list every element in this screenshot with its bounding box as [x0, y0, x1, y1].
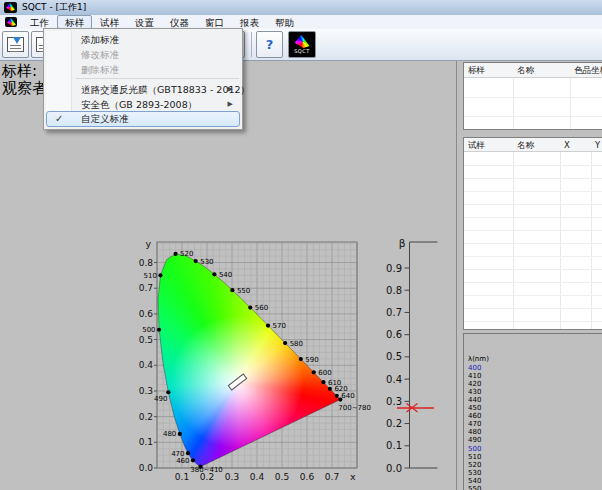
svg-text:0.6: 0.6 [386, 329, 402, 340]
sqct-logo-icon: SQCT [294, 35, 310, 54]
svg-text:640: 640 [341, 392, 354, 400]
menu-item-safety-color[interactable]: 安全色（GB 2893-2008）▶ [46, 96, 240, 111]
wavelength-value: 460 [468, 412, 481, 420]
svg-text:0.3: 0.3 [225, 472, 239, 482]
svg-text:x: x [350, 471, 356, 482]
column-header: 标样 [468, 63, 485, 77]
svg-text:0.3: 0.3 [139, 386, 153, 396]
svg-text:0.7: 0.7 [325, 472, 339, 482]
svg-text:510: 510 [144, 272, 157, 280]
menu-item-settings[interactable]: 设置 [127, 15, 162, 29]
checkmark-icon: ✓ [55, 112, 63, 126]
menu-item-add-standard[interactable]: 添加标准 [46, 31, 240, 46]
svg-text:0.4: 0.4 [386, 374, 402, 385]
standards-table[interactable]: 标样名称色品坐标 [463, 62, 602, 130]
submenu-arrow-icon: ▶ [228, 82, 233, 97]
mdi-child-icon [5, 17, 17, 27]
svg-text:700~780: 700~780 [338, 404, 371, 412]
svg-text:0.2: 0.2 [139, 412, 153, 422]
wavelength-value: 480 [468, 428, 481, 436]
wavelength-value: 510 [468, 453, 481, 461]
svg-text:0.6: 0.6 [139, 309, 154, 319]
menu-item-window[interactable]: 窗口 [197, 15, 232, 29]
wavelength-value: 540 [468, 477, 481, 485]
menu-items: 工作标样试样设置仪器窗口报表帮助 [22, 15, 302, 29]
svg-text:580: 580 [290, 340, 303, 348]
import-standard-button[interactable] [2, 31, 29, 58]
svg-text:0.3: 0.3 [386, 396, 402, 407]
svg-text:0.4: 0.4 [250, 472, 265, 482]
svg-text:0.2: 0.2 [386, 418, 402, 429]
menu-item-help[interactable]: 帮助 [267, 15, 302, 29]
svg-text:0.5: 0.5 [386, 351, 402, 362]
menu-item-road-traffic-film[interactable]: 道路交通反光膜（GBT18833 - 2012）▶ [46, 81, 240, 96]
svg-text:600: 600 [318, 369, 331, 377]
app-icon [4, 2, 17, 13]
menu-item-sample[interactable]: 试样 [92, 15, 127, 29]
wavelength-panel: λ(nm) 4004104204304404504604704804905005… [463, 333, 602, 490]
svg-text:0.5: 0.5 [275, 472, 289, 482]
wavelength-value: 430 [468, 388, 481, 396]
svg-text:540: 540 [219, 271, 232, 279]
svg-text:0.7: 0.7 [386, 307, 402, 318]
column-header: 名称 [517, 138, 534, 152]
wavelength-value: 420 [468, 380, 481, 388]
menu-item-modify-standard[interactable]: 修改标准 [46, 46, 240, 61]
column-header: 试样 [468, 138, 485, 152]
svg-text:560: 560 [255, 304, 268, 312]
right-panel: 标样名称色品坐标 试样名称XY λ(nm) 400410420430440450… [456, 61, 602, 490]
menu-item-standard[interactable]: 标样 [57, 15, 92, 29]
svg-text:470: 470 [171, 450, 184, 458]
wavelength-value: 440 [468, 396, 481, 404]
menu-item-report[interactable]: 报表 [232, 15, 267, 29]
toolbar-separator [251, 32, 252, 57]
svg-text:0.9: 0.9 [386, 263, 402, 274]
help-button[interactable]: ? [256, 31, 283, 58]
observer-info-label: 观察者 [2, 79, 47, 98]
cie-horseshoe-gamut [157, 242, 357, 468]
submenu-arrow-icon: ▶ [228, 97, 233, 112]
svg-text:610: 610 [328, 379, 341, 387]
svg-text:0.8: 0.8 [386, 285, 402, 296]
import-standard-icon [7, 37, 24, 52]
svg-text:0.5: 0.5 [139, 335, 153, 345]
svg-text:0.0: 0.0 [386, 463, 402, 474]
application-window: SQCT - [工作1] 工作标样试样设置仪器窗口报表帮助 ? [0, 0, 602, 490]
title-bar: SQCT - [工作1] [0, 0, 602, 15]
menu-item-custom-standard[interactable]: ✓自定义标准 [46, 111, 240, 127]
menu-bar: 工作标样试样设置仪器窗口报表帮助 [0, 15, 602, 29]
svg-text:570: 570 [273, 322, 286, 330]
standard-dropdown-menu: 添加标准修改标准删除标准道路交通反光膜（GBT18833 - 2012）▶安全色… [43, 28, 243, 130]
samples-table[interactable]: 试样名称XY [463, 137, 602, 330]
menu-item-work[interactable]: 工作 [22, 15, 57, 29]
wavelength-value: 530 [468, 469, 481, 477]
svg-text:β: β [399, 237, 406, 249]
column-header: 色品坐标 [574, 63, 602, 77]
sqct-logo-button[interactable]: SQCT [288, 31, 316, 58]
menu-item-delete-standard[interactable]: 删除标准 [46, 61, 240, 76]
help-icon: ? [266, 37, 274, 52]
column-header: X [564, 138, 570, 152]
svg-text:530: 530 [200, 258, 213, 266]
svg-text:0.2: 0.2 [200, 472, 214, 482]
svg-text:460: 460 [176, 457, 189, 465]
wavelength-value: 500 [468, 445, 481, 453]
svg-text:550: 550 [237, 287, 250, 295]
menu-separator [76, 78, 239, 79]
wavelength-value: 450 [468, 404, 481, 412]
svg-text:620: 620 [334, 385, 347, 393]
wavelength-value: 400 [468, 364, 481, 372]
wavelength-value: 550 [468, 485, 481, 490]
svg-text:590: 590 [305, 356, 318, 364]
svg-text:0.4: 0.4 [139, 360, 154, 370]
wavelength-value: 490 [468, 436, 481, 444]
wavelength-value: 520 [468, 461, 481, 469]
wavelength-value: 470 [468, 420, 481, 428]
wavelength-value: 410 [468, 372, 481, 380]
menu-item-instrument[interactable]: 仪器 [162, 15, 197, 29]
svg-text:380~410: 380~410 [190, 466, 223, 474]
column-header: 名称 [517, 63, 534, 77]
svg-text:y: y [145, 238, 151, 249]
window-title: SQCT - [工作1] [22, 1, 86, 14]
svg-text:500: 500 [142, 326, 155, 334]
